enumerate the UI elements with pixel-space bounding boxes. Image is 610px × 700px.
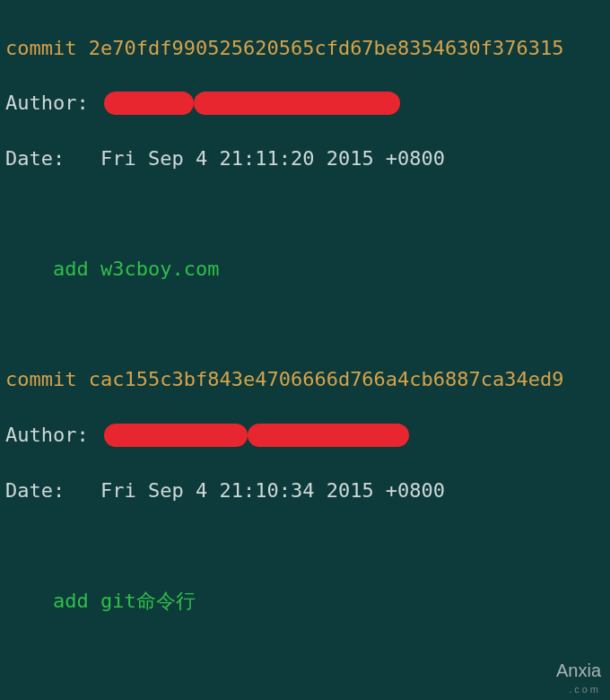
date-label: Date: [5, 147, 65, 170]
date-line: Date: Fri Sep 4 21:10:34 2015 +0800 [5, 477, 605, 505]
watermark-sub: .com [569, 684, 601, 695]
author-line: Author: [5, 90, 605, 118]
message-line: add git命令行 [5, 588, 605, 616]
redaction-bar [104, 92, 194, 115]
watermark: Anxia .com [556, 662, 601, 695]
date-value: Fri Sep 4 21:10:34 2015 +0800 [100, 479, 445, 502]
message-line: add w3cboy.com [5, 256, 605, 284]
watermark-main: Anxia [556, 661, 601, 680]
author-label: Author: [5, 92, 89, 114]
commit-line: commit cac155c3bf843e4706666d766a4cb6887… [5, 366, 605, 394]
blank-line [5, 311, 605, 339]
commit-label: commit [5, 368, 76, 390]
author-label: Author: [5, 424, 89, 446]
blank-line [5, 532, 605, 560]
date-label: Date: [5, 479, 65, 502]
commit-hash: cac155c3bf843e4706666d766a4cb6887ca34ed9 [89, 368, 564, 390]
commit-hash: 2e70fdf990525620565cfd67be8354630f376315 [89, 37, 564, 59]
blank-line [5, 643, 605, 670]
commit-message: add w3cboy.com [53, 258, 219, 280]
commit-message: add git命令行 [53, 590, 196, 612]
author-line: Author: [5, 422, 605, 450]
redaction-bar [104, 424, 248, 447]
commit-line: commit 2e70fdf990525620565cfd67be8354630… [5, 35, 605, 63]
blank-line [5, 201, 605, 229]
terminal-output: commit 2e70fdf990525620565cfd67be8354630… [0, 0, 610, 700]
commit-label: commit [5, 37, 76, 59]
date-value: Fri Sep 4 21:11:20 2015 +0800 [100, 147, 445, 170]
redaction-bar [248, 424, 409, 447]
redaction-bar [194, 92, 400, 115]
date-line: Date: Fri Sep 4 21:11:20 2015 +0800 [5, 145, 605, 173]
